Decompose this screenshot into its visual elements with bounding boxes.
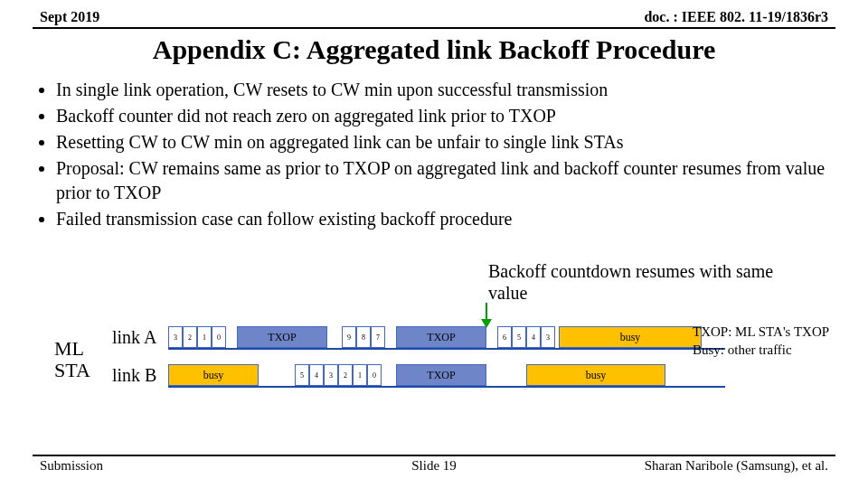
legend: TXOP: ML STA's TXOP Busy: other traffic xyxy=(693,324,864,359)
bullet-item: Failed transmission case can follow exis… xyxy=(56,207,835,231)
slot: 3 xyxy=(324,364,338,386)
txop-block: TXOP xyxy=(396,364,486,386)
busy-block: busy xyxy=(559,326,702,348)
header-date: Sept 2019 xyxy=(40,9,99,25)
slot: 6 xyxy=(497,326,512,348)
footer-rule xyxy=(33,455,835,456)
ml-sta-label: ML STA xyxy=(54,338,90,381)
header-rule xyxy=(33,27,835,29)
slot: 2 xyxy=(338,364,353,386)
slot: 1 xyxy=(353,364,367,386)
legend-line: TXOP: ML STA's TXOP xyxy=(693,324,864,342)
header-doc: doc. : IEEE 802. 11-19/1836r3 xyxy=(644,9,828,25)
bullet-list: In single link operation, CW resets to C… xyxy=(33,78,835,231)
lane-b: link B busy 5 4 3 2 1 0 TXOP busy xyxy=(112,361,727,389)
slot: 0 xyxy=(367,364,382,386)
bullet-item: Resetting CW to CW min on aggregated lin… xyxy=(56,130,835,155)
slot: 7 xyxy=(371,326,385,348)
slot: 5 xyxy=(512,326,526,348)
page-title: Appendix C: Aggregated link Backoff Proc… xyxy=(33,34,835,65)
slot: 4 xyxy=(526,326,541,348)
slot: 0 xyxy=(212,326,226,348)
lane-a: link A 3 2 1 0 TXOP 9 8 7 TXOP 6 5 4 3 b… xyxy=(112,324,727,351)
slot: 4 xyxy=(309,364,324,386)
slide-number: Slide 19 xyxy=(33,458,835,474)
slot: 3 xyxy=(168,326,183,348)
slot: 3 xyxy=(541,326,555,348)
bullet-item: Proposal: CW remains same as prior to TX… xyxy=(56,156,835,205)
txop-block: TXOP xyxy=(396,326,486,348)
legend-line: Busy: other traffic xyxy=(693,342,864,360)
slot: 9 xyxy=(342,326,356,348)
txop-block: TXOP xyxy=(237,326,327,348)
slot: 1 xyxy=(197,326,212,348)
slot: 8 xyxy=(356,326,371,348)
lane-a-label: link A xyxy=(112,327,156,348)
callout-text: Backoff countdown resumes with same valu… xyxy=(488,260,796,304)
bullet-item: Backoff counter did not reach zero on ag… xyxy=(56,104,835,128)
footer: Slide 19 Submission Sharan Naribole (Sam… xyxy=(33,455,835,474)
slot: 2 xyxy=(183,326,197,348)
busy-block: busy xyxy=(526,364,665,386)
lane-b-label: link B xyxy=(112,365,156,386)
slot: 5 xyxy=(295,364,309,386)
busy-block: busy xyxy=(168,364,259,386)
bullet-item: In single link operation, CW resets to C… xyxy=(56,78,835,102)
